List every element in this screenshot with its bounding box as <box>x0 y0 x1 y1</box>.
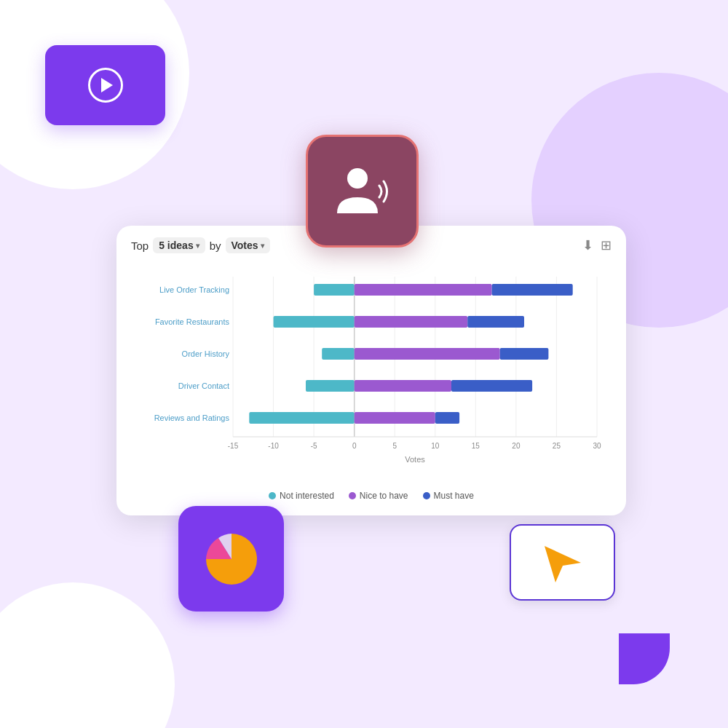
svg-text:Driver Contact: Driver Contact <box>178 381 229 390</box>
svg-rect-27 <box>492 284 573 296</box>
header-prefix: Top <box>131 240 149 252</box>
svg-rect-38 <box>355 380 451 392</box>
svg-rect-35 <box>500 348 549 360</box>
svg-rect-33 <box>322 348 355 360</box>
corner-decoration <box>619 633 670 684</box>
chart-header-right: ⬇ ⊞ <box>582 237 612 253</box>
svg-text:-5: -5 <box>311 442 317 450</box>
svg-text:Live Order Tracking: Live Order Tracking <box>159 285 229 294</box>
svg-text:Votes: Votes <box>405 455 425 464</box>
ideas-filter-label: 5 ideas <box>159 240 193 251</box>
bg-blob-bottom-left <box>0 582 175 728</box>
pie-chart-icon <box>199 526 264 592</box>
legend-must-have: Must have <box>423 491 474 501</box>
play-icon <box>88 68 123 103</box>
chart-legend: Not interested Nice to have Must have <box>131 491 612 501</box>
svg-text:Favorite Restaurants: Favorite Restaurants <box>155 317 230 326</box>
bar-chart-svg: .bar-label-text { font-size: 11px; fill:… <box>131 262 612 480</box>
svg-text:25: 25 <box>553 442 561 450</box>
svg-text:Reviews and Ratings: Reviews and Ratings <box>154 414 230 422</box>
grid-icon[interactable]: ⊞ <box>601 237 612 253</box>
svg-text:5: 5 <box>392 442 397 450</box>
svg-rect-43 <box>435 412 459 424</box>
legend-not-interested: Not interested <box>269 491 334 501</box>
cursor-card[interactable] <box>510 524 615 601</box>
chart-card: Top 5 ideas ▾ by Votes ▾ ⬇ ⊞ .b <box>116 226 626 515</box>
play-card[interactable] <box>45 45 165 125</box>
must-have-dot <box>423 492 430 499</box>
svg-text:0: 0 <box>352 442 357 450</box>
svg-rect-29 <box>274 316 355 328</box>
svg-rect-37 <box>306 380 355 392</box>
not-interested-dot <box>269 492 276 499</box>
ideas-chevron-icon: ▾ <box>196 242 199 250</box>
download-icon[interactable]: ⬇ <box>582 237 593 253</box>
nice-to-have-dot <box>349 492 356 499</box>
svg-rect-34 <box>355 348 500 360</box>
svg-rect-30 <box>355 316 468 328</box>
svg-rect-42 <box>355 412 435 424</box>
svg-text:-10: -10 <box>268 442 279 450</box>
svg-rect-41 <box>249 412 354 424</box>
svg-text:-15: -15 <box>228 442 239 450</box>
svg-marker-1 <box>545 546 581 582</box>
ideas-filter-button[interactable]: 5 ideas ▾ <box>153 237 205 253</box>
svg-text:20: 20 <box>512 442 521 450</box>
votes-chevron-icon: ▾ <box>261 242 264 250</box>
avatar-card[interactable] <box>306 135 419 248</box>
play-triangle <box>101 78 113 92</box>
pie-card[interactable] <box>178 506 284 612</box>
by-label: by <box>210 240 221 252</box>
svg-text:10: 10 <box>431 442 440 450</box>
chart-header-left: Top 5 ideas ▾ by Votes ▾ <box>131 237 270 253</box>
legend-nice-to-have: Nice to have <box>349 491 408 501</box>
svg-rect-25 <box>314 284 355 296</box>
svg-text:30: 30 <box>593 442 601 450</box>
nice-to-have-label: Nice to have <box>360 491 408 501</box>
svg-text:Order History: Order History <box>182 349 230 358</box>
votes-filter-button[interactable]: Votes ▾ <box>226 237 270 253</box>
cursor-icon <box>541 542 585 582</box>
must-have-label: Must have <box>434 491 474 501</box>
avatar-icon <box>330 162 395 221</box>
votes-filter-label: Votes <box>232 240 258 251</box>
svg-text:15: 15 <box>472 442 480 450</box>
not-interested-label: Not interested <box>280 491 334 501</box>
svg-point-0 <box>347 168 368 189</box>
svg-rect-39 <box>451 380 532 392</box>
svg-rect-26 <box>355 284 492 296</box>
svg-rect-31 <box>467 316 524 328</box>
chart-svg-wrapper: .bar-label-text { font-size: 11px; fill:… <box>131 262 612 483</box>
